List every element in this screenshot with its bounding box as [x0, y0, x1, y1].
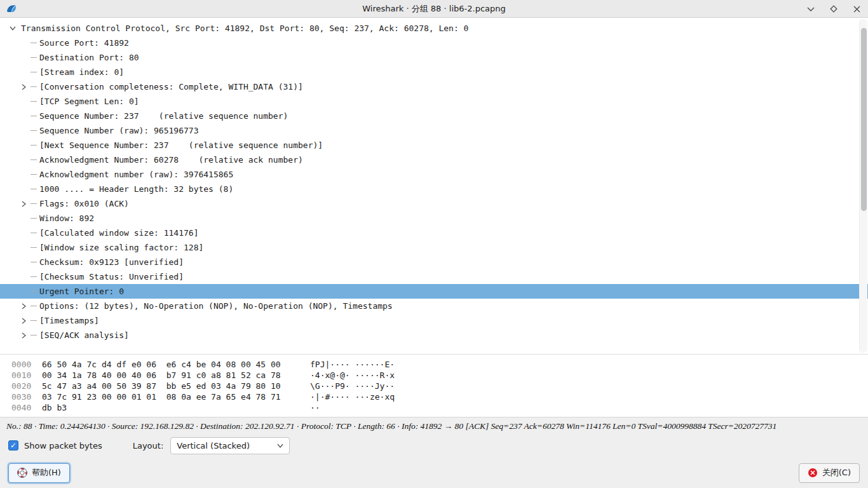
- hex-offset: 0030: [11, 392, 42, 402]
- show-packet-bytes-checkbox[interactable]: ✓: [8, 440, 18, 451]
- tree-row[interactable]: [TCP Segment Len: 0]: [0, 94, 868, 109]
- tree-row-label: [TCP Segment Len: 0]: [39, 97, 139, 106]
- tree-row[interactable]: Destination Port: 80: [0, 50, 868, 65]
- tree-branch-line: [31, 306, 37, 306]
- hex-ascii: ·|·#···· ···ze·xq: [310, 392, 395, 402]
- help-lifebuoy-icon: [17, 468, 27, 478]
- tree-row[interactable]: [SEQ/ACK analysis]: [0, 328, 868, 342]
- hex-row[interactable]: 0030 03 7c 91 23 00 00 01 01 08 0a ee 7a…: [0, 391, 868, 402]
- tree-row[interactable]: Urgent Pointer: 0: [0, 284, 868, 299]
- tree-row[interactable]: Checksum: 0x9123 [unverified]: [0, 255, 868, 269]
- tree-row[interactable]: Source Port: 41892: [0, 36, 868, 50]
- tree-branch-line: [31, 174, 37, 175]
- tree-row[interactable]: [Checksum Status: Unverified]: [0, 269, 868, 284]
- packet-status-line: No.: 88 · Time: 0.244264130 · Source: 19…: [0, 417, 868, 435]
- tree-row-label: Source Port: 41892: [39, 38, 129, 48]
- tree-row-label: Sequence Number (raw): 965196773: [39, 126, 198, 135]
- tree-row[interactable]: Sequence Number (raw): 965196773: [0, 123, 868, 138]
- tree-row[interactable]: [Stream index: 0]: [0, 65, 868, 79]
- tree-row[interactable]: [Timestamps]: [0, 313, 868, 328]
- hex-row[interactable]: 0040 db b3 ··: [0, 402, 868, 413]
- minimize-icon[interactable]: [806, 4, 816, 14]
- tree-branch-line: [31, 57, 37, 58]
- tree-branch-line: [31, 159, 37, 160]
- packet-detail-panel: Transmission Control Protocol, Src Port:…: [0, 18, 868, 417]
- help-button[interactable]: 帮助(H): [8, 463, 70, 483]
- hex-bytes: 66 50 4a 7c d4 df e0 06 e6 c4 be 04 08 0…: [42, 360, 294, 369]
- tree-row[interactable]: Sequence Number: 237 (relative sequence …: [0, 109, 868, 123]
- chevron-right-icon[interactable]: [22, 318, 31, 324]
- tree-row-label: Checksum: 0x9123 [unverified]: [39, 257, 184, 267]
- hex-row[interactable]: 0000 66 50 4a 7c d4 df e0 06 e6 c4 be 04…: [0, 359, 868, 370]
- tree-branch-line: [31, 189, 37, 189]
- tree-branch-line: [31, 86, 37, 87]
- tree-root-label: Transmission Control Protocol, Src Port:…: [21, 24, 468, 33]
- chevron-right-icon[interactable]: [22, 303, 31, 309]
- tree-row[interactable]: [Conversation completeness: Complete, WI…: [0, 79, 868, 94]
- hex-bytes: db b3: [42, 403, 294, 412]
- tree-row-label: [Timestamps]: [39, 316, 99, 325]
- hex-row[interactable]: 0020 5c 47 a3 a4 00 50 39 87 bb e5 ed 03…: [0, 381, 868, 391]
- tree-row-label: [Next Sequence Number: 237 (relative seq…: [39, 140, 323, 150]
- help-button-label: 帮助(H): [32, 467, 61, 478]
- tree-row[interactable]: [Next Sequence Number: 237 (relative seq…: [0, 138, 868, 152]
- tree-rows: Source Port: 41892 Destination Port: 80 …: [0, 36, 868, 342]
- tree-row-label: [Window size scaling factor: 128]: [39, 243, 203, 252]
- close-button-label: 关闭(C): [822, 467, 851, 478]
- close-button[interactable]: 关闭(C): [799, 463, 860, 483]
- chevron-right-icon[interactable]: [22, 201, 31, 207]
- tree-row-label: Window: 892: [39, 214, 94, 223]
- hex-bytes: 00 34 1a 78 40 00 40 06 b7 91 c0 a8 81 5…: [42, 370, 294, 380]
- tree-branch-line: [31, 72, 37, 72]
- tree-row-label: Acknowledgment number (raw): 3976415865: [39, 170, 233, 179]
- layout-label: Layout:: [133, 441, 164, 451]
- scrollbar-thumb[interactable]: [861, 28, 867, 211]
- hex-ascii: fPJ|···· ······E·: [310, 360, 395, 369]
- hex-ascii: \G···P9· ····Jy··: [310, 381, 395, 391]
- hex-ascii: ·4·x@·@· ·····R·x: [310, 370, 395, 380]
- dialog-controls: ✓ Show packet bytes Layout: Vertical (St…: [0, 435, 868, 456]
- vertical-scrollbar[interactable]: [859, 19, 867, 353]
- layout-select-value: Vertical (Stacked): [177, 441, 250, 451]
- tree-branch-line: [31, 130, 37, 131]
- show-packet-bytes-label[interactable]: Show packet bytes: [24, 441, 102, 451]
- tree-row-label: [Calculated window size: 114176]: [39, 228, 198, 238]
- hex-bytes: 5c 47 a3 a4 00 50 39 87 bb e5 ed 03 4a 7…: [42, 381, 294, 391]
- tree-row[interactable]: 1000 .... = Header Length: 32 bytes (8): [0, 182, 868, 196]
- chevron-expanded-icon[interactable]: [8, 26, 18, 30]
- hex-dump-panel: 0000 66 50 4a 7c d4 df e0 06 e6 c4 be 04…: [0, 354, 868, 417]
- tree-row[interactable]: Flags: 0x010 (ACK): [0, 196, 868, 211]
- tree-branch-line: [31, 247, 37, 248]
- tree-row[interactable]: Options: (12 bytes), No-Operation (NOP),…: [0, 299, 868, 313]
- layout-select[interactable]: Vertical (Stacked): [170, 437, 290, 454]
- titlebar: Wireshark · 分组 88 · lib6-2.pcapng: [0, 0, 868, 18]
- tree-row[interactable]: Window: 892: [0, 211, 868, 226]
- tree-row-label: [Checksum Status: Unverified]: [39, 272, 184, 281]
- tree-row-root[interactable]: Transmission Control Protocol, Src Port:…: [0, 21, 868, 36]
- tree-row[interactable]: [Window size scaling factor: 128]: [0, 240, 868, 255]
- tree-row[interactable]: Acknowledgment Number: 60278 (relative a…: [0, 152, 868, 167]
- tree-branch-line: [31, 320, 37, 321]
- hex-offset: 0020: [11, 381, 42, 391]
- tree-row-label: Acknowledgment Number: 60278 (relative a…: [39, 155, 303, 165]
- tree-branch-line: [31, 116, 37, 116]
- chevron-right-icon[interactable]: [22, 332, 31, 339]
- tree-row-label: Urgent Pointer: 0: [39, 287, 124, 296]
- hex-row[interactable]: 0010 00 34 1a 78 40 00 40 06 b7 91 c0 a8…: [0, 370, 868, 381]
- tree-row-label: [Stream index: 0]: [39, 67, 124, 77]
- tree-branch-line: [31, 233, 37, 233]
- tree-row[interactable]: [Calculated window size: 114176]: [0, 226, 868, 240]
- tree-row[interactable]: Acknowledgment number (raw): 3976415865: [0, 167, 868, 182]
- chevron-right-icon[interactable]: [22, 84, 31, 90]
- hex-offset: 0040: [11, 403, 42, 412]
- tree-row-label: 1000 .... = Header Length: 32 bytes (8): [39, 184, 233, 194]
- tree-branch-line: [31, 335, 37, 336]
- tree-row-label: Flags: 0x010 (ACK): [39, 199, 129, 208]
- close-icon[interactable]: [851, 4, 862, 14]
- hex-offset: 0010: [11, 370, 42, 380]
- chevron-down-icon: [277, 444, 283, 448]
- tree-branch-line: [31, 218, 37, 219]
- tree-row-label: Destination Port: 80: [39, 53, 139, 62]
- tree-row-label: Options: (12 bytes), No-Operation (NOP),…: [39, 301, 393, 311]
- maximize-icon[interactable]: [829, 4, 839, 14]
